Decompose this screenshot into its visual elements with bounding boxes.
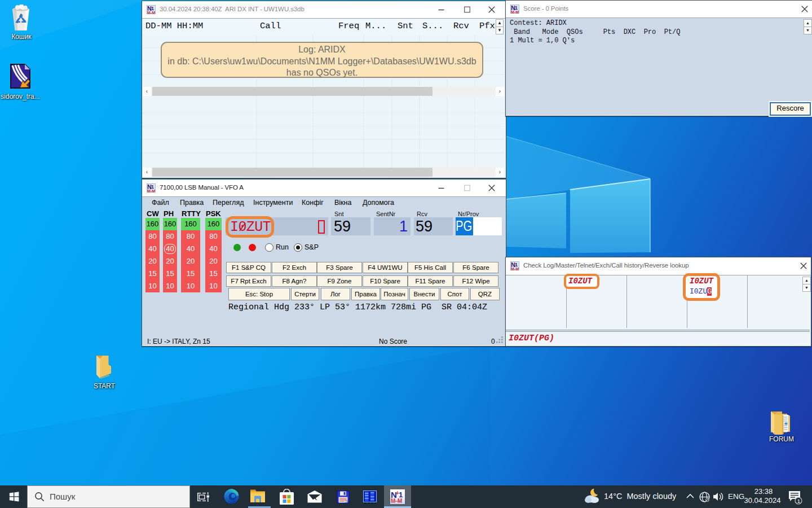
svg-text:+: + (150, 184, 152, 188)
svg-text:31: 31 (345, 500, 348, 503)
svg-text:+: + (514, 5, 516, 9)
svg-text:M-M: M-M (147, 11, 155, 15)
svg-text:M-M: M-M (147, 189, 155, 193)
svg-text:M-M: M-M (511, 267, 519, 271)
svg-text:1: 1 (797, 498, 800, 504)
svg-text:+: + (396, 489, 399, 496)
svg-text:M-M: M-M (511, 10, 519, 14)
svg-text:+: + (514, 262, 516, 266)
svg-text:+: + (150, 6, 152, 10)
